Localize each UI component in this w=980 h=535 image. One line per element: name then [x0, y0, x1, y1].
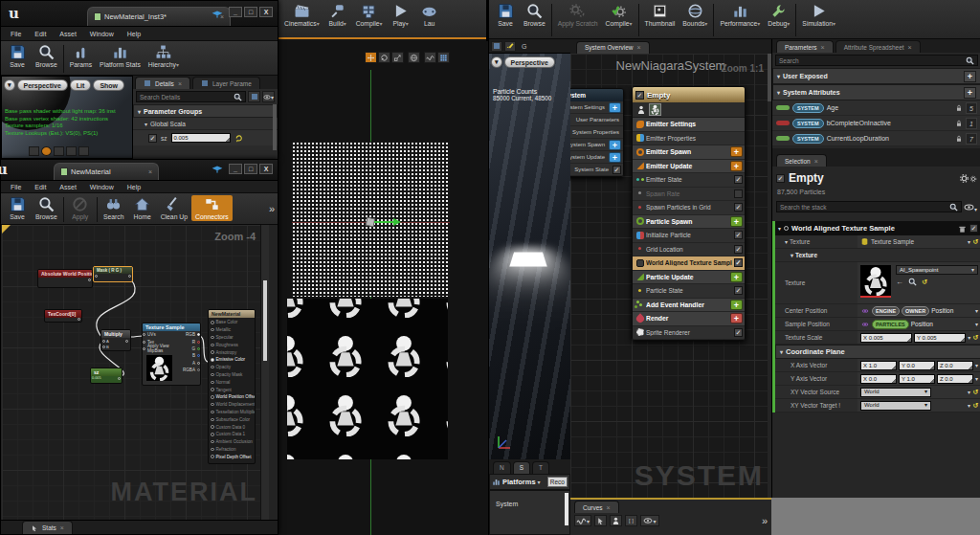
add-module-button[interactable]: + — [730, 146, 743, 157]
menu-item-edit[interactable]: Edit — [34, 31, 46, 37]
menu-item-window[interactable]: Window — [90, 31, 114, 37]
add-module-button[interactable]: + — [730, 216, 743, 227]
system-node[interactable]: System System Settings+User ParametersSy… — [570, 88, 624, 177]
input-a-pin[interactable] — [102, 340, 105, 343]
toolbar-button-lau[interactable]: Lau — [415, 2, 444, 28]
tab-curves[interactable]: Curves× — [574, 501, 619, 513]
emitter-row-emitter-spawn[interactable]: Emitter Spawn+ — [633, 145, 745, 160]
toolbar-button-clean-up[interactable]: Clean Up — [157, 195, 191, 221]
input-pin[interactable] — [143, 347, 145, 350]
toolbar-button-platform-stats[interactable]: Platform Stats — [96, 43, 145, 69]
emitter-row-emitter-properties[interactable]: Emitter Properties — [633, 132, 745, 146]
translate-tool-icon[interactable] — [365, 52, 377, 63]
plane-shape-icon[interactable] — [54, 146, 64, 156]
emitter-row-particle-state[interactable]: Particle State✓ — [633, 284, 745, 299]
reset-icon[interactable]: ↺ — [972, 389, 978, 396]
emitter-row-spawn-particles-in-grid[interactable]: Spawn Particles in Grid✓ — [633, 201, 745, 215]
stack-search-input[interactable]: Search the stack — [776, 201, 962, 212]
tab-layer-parameters[interactable]: Layer Parame — [192, 77, 260, 89]
texture-sample-output[interactable]: RGB — [183, 331, 200, 338]
toolbar-button-save[interactable]: Save — [491, 2, 520, 28]
user-exposed-section[interactable]: ▾User Exposed+ — [772, 68, 980, 84]
material-output-pin[interactable]: Anisotropy — [209, 348, 255, 356]
module-checkbox[interactable]: ✓ — [734, 175, 743, 184]
attribute-row[interactable]: SYSTEMCurrentLoopDuration7 — [772, 131, 980, 146]
menu-item-window[interactable]: Window — [90, 184, 114, 190]
system-node-row[interactable]: System State✓ — [570, 164, 623, 176]
add-parameter-button[interactable]: + — [964, 71, 976, 82]
reset-icon[interactable]: ↺ — [922, 279, 927, 286]
maximize-button[interactable]: □ — [244, 7, 257, 17]
module-checkbox[interactable]: ✓ — [734, 258, 743, 267]
add-module-button[interactable]: + — [609, 140, 621, 150]
level-viewport[interactable] — [278, 41, 488, 535]
tab-details[interactable]: Details× — [135, 77, 190, 89]
view-options-eye-icon[interactable]: ▾ — [262, 91, 275, 102]
cube-shape-icon[interactable] — [66, 146, 77, 156]
output-pin[interactable] — [197, 362, 200, 365]
emitter-row-spawn-rate[interactable]: Spawn Rate✓ — [633, 188, 745, 202]
emitter-node-header[interactable]: ✓ Empty — [633, 87, 745, 102]
z-input[interactable]: Z 0.0 — [937, 361, 973, 370]
reset-icon[interactable]: ↺ — [972, 402, 978, 410]
module-checkbox[interactable]: ✓ — [612, 166, 621, 174]
mi-preview-viewport[interactable]: ▾ Perspective Lit Show Base pass shader … — [1, 76, 133, 159]
node-absolute-world-position[interactable]: Absolute World Position — [37, 269, 93, 288]
module-checkbox[interactable]: ✓ — [734, 286, 743, 295]
add-attribute-button[interactable]: + — [964, 87, 976, 99]
tab-n[interactable]: N — [493, 461, 511, 474]
stack-view-eye-icon[interactable]: ▾ — [964, 198, 977, 215]
curves-overflow-chevron[interactable]: » — [762, 515, 768, 526]
emitter-row-render[interactable]: Render+ — [633, 312, 745, 326]
tab-stats[interactable]: Stats× — [22, 521, 73, 534]
toolbar-button-apply-scratch[interactable]: Apply Scratch — [554, 2, 602, 28]
lit-button[interactable]: Lit — [70, 79, 92, 91]
system-node-row[interactable]: System Spawn+ — [570, 139, 623, 151]
chevron-down-icon[interactable]: ▾ — [538, 479, 541, 485]
node-sz-parameter[interactable]: sz 0.005 — [90, 368, 122, 384]
mat-titlebar[interactable]: u NewMaterial × _ □ X — [1, 160, 278, 181]
toolbar-button-hierarchy[interactable]: Hierarchy▾ — [145, 43, 183, 69]
input-pin[interactable] — [143, 333, 145, 336]
edit-pencil-icon[interactable] — [504, 41, 516, 52]
attribute-row[interactable]: SYSTEMbCompleteOnInactive1 — [772, 116, 980, 131]
texture-thumbnail[interactable] — [860, 265, 891, 296]
z-input[interactable]: Z 0.0 — [937, 374, 973, 384]
module-checkbox[interactable]: ✓ — [734, 328, 743, 337]
sz-override-checkbox[interactable]: ✓ — [148, 134, 157, 143]
chevron-down-icon[interactable]: ▾ — [975, 375, 978, 382]
minimize-button[interactable]: _ — [229, 164, 242, 174]
input-pin[interactable] — [95, 275, 98, 278]
system-node-row[interactable]: System Properties — [570, 126, 623, 139]
close-button[interactable]: X — [259, 164, 273, 174]
output-pin[interactable] — [197, 333, 200, 336]
parameters-search-input[interactable]: Search — [775, 55, 978, 66]
emitter-row-add-event-handler[interactable]: Add Event Handler+ — [633, 299, 745, 313]
node-texcoord[interactable]: TexCoord[0] — [44, 309, 82, 323]
material-output-pin[interactable]: Opacity Mask — [209, 371, 255, 379]
material-output-pin[interactable]: Subsurface Color — [209, 415, 255, 423]
emitter-thumbnail[interactable] — [649, 103, 661, 116]
global-scale-header[interactable]: ▾Global Scala — [133, 118, 278, 130]
texture-sample-input[interactable]: Apply View MipBias — [143, 346, 183, 352]
module-checkbox[interactable]: ✓ — [734, 189, 743, 198]
output-pin[interactable] — [197, 341, 200, 344]
curve-type-icon[interactable]: ▾ — [574, 515, 591, 526]
output-pin[interactable] — [88, 279, 91, 281]
chevron-down-icon[interactable]: ▾ — [380, 20, 383, 27]
node-mask[interactable]: Mask ( R G ) — [93, 266, 133, 282]
output-pin[interactable] — [197, 354, 200, 357]
perspective-button[interactable]: Perspective — [17, 79, 68, 91]
material-output-pin[interactable]: Tessellation Multiplier — [209, 409, 255, 416]
material-output-pin[interactable]: World Position Offset — [209, 393, 255, 401]
toolbar-button-build[interactable]: Build▾ — [323, 2, 352, 28]
toolbar-button-compile[interactable]: Compile▾ — [602, 2, 636, 28]
system-overview-graph[interactable]: NewNiagaraSystem Zoom 1:1 SYSTEM System … — [570, 54, 771, 498]
scale-x-input[interactable]: X 0.005 — [860, 333, 912, 343]
output-pin[interactable] — [128, 275, 131, 278]
viewport-options-dropdown[interactable]: ▾ — [491, 56, 502, 68]
texture-sample-output[interactable]: B — [183, 352, 200, 359]
scale-tool-icon[interactable] — [391, 52, 404, 63]
toolbar-button-debug[interactable]: Debug▾ — [764, 2, 793, 28]
emitter-settings-gear-icon[interactable] — [959, 169, 977, 187]
